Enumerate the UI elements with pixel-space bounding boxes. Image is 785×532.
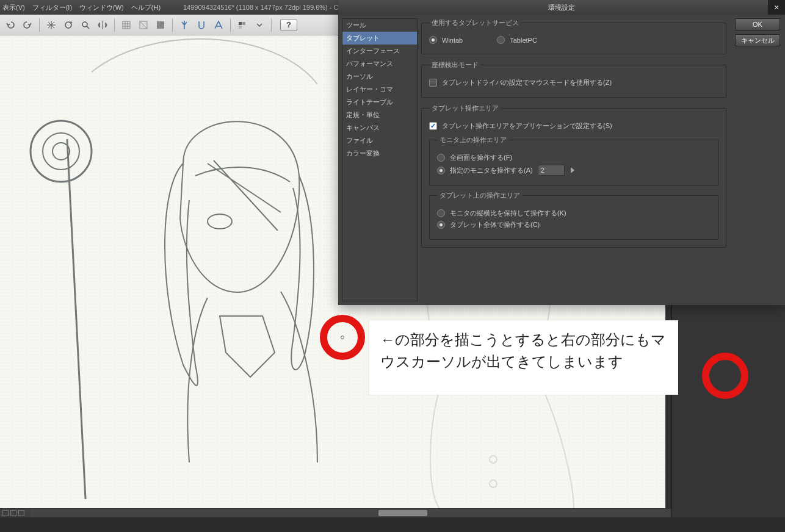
menu-window[interactable]: ウィンドウ(W)	[79, 3, 124, 12]
horizontal-scrollbar[interactable]	[0, 509, 671, 517]
group-coord-mode: 座標検出モード タブレットドライバの設定でマウスモードを使用する(Z)	[421, 60, 726, 98]
svg-point-1	[82, 22, 87, 27]
menu-view[interactable]: 表示(V)	[2, 3, 25, 12]
category-interface[interactable]: インターフェース	[342, 45, 417, 57]
group-tablet-area: タブレット上の操作エリア モニタの縦横比を保持して操作する(K) タブレット全体…	[429, 191, 718, 240]
dialog-titlebar[interactable]: 環境設定 ×	[338, 0, 785, 15]
svg-rect-5	[239, 22, 242, 25]
svg-point-9	[31, 121, 92, 182]
separator-icon	[114, 18, 115, 32]
separator-icon	[172, 18, 173, 32]
stepper-right-icon[interactable]	[571, 167, 574, 173]
legend-tablet-service: 使用するタブレットサービス	[429, 18, 521, 27]
svg-point-12	[490, 456, 497, 463]
svg-point-8	[208, 214, 232, 229]
label-wintab: Wintab	[442, 37, 463, 44]
label-app-sets-area: タブレット操作エリアをアプリケーションで設定する(S)	[442, 121, 612, 131]
radio-keep-aspect[interactable]	[437, 209, 445, 217]
zoom-icon[interactable]	[79, 18, 92, 32]
close-icon[interactable]: ×	[768, 0, 785, 15]
snap-icon[interactable]	[154, 18, 167, 32]
menu-filter[interactable]: フィルター(I)	[32, 3, 72, 12]
monitor-number-input[interactable]	[538, 165, 565, 176]
svg-point-10	[43, 133, 79, 170]
separator-icon	[271, 18, 272, 32]
radio-whole-tablet[interactable]	[437, 221, 445, 229]
chevron-down-icon[interactable]	[253, 18, 266, 32]
category-color[interactable]: カラー変換	[342, 147, 417, 160]
radio-fullscreen[interactable]	[437, 154, 445, 162]
view-mode-toggles[interactable]	[0, 509, 31, 517]
guide-v-icon[interactable]	[178, 18, 191, 32]
menu-help[interactable]: ヘルプ(H)	[131, 3, 161, 12]
svg-point-0	[65, 22, 71, 28]
svg-rect-7	[239, 26, 242, 29]
undo-icon[interactable]	[4, 18, 17, 32]
grid-icon[interactable]	[120, 18, 133, 32]
label-mouse-mode: タブレットドライバの設定でマウスモードを使用する(Z)	[442, 78, 612, 87]
category-tool[interactable]: ツール	[342, 19, 417, 32]
category-performance[interactable]: パフォーマンス	[342, 57, 417, 70]
ok-button[interactable]: OK	[735, 18, 780, 31]
category-tablet[interactable]: タブレット	[342, 32, 417, 45]
sparkle-icon[interactable]	[45, 18, 58, 32]
category-layer[interactable]: レイヤー・コマ	[342, 83, 417, 96]
group-tablet-service: 使用するタブレットサービス Wintab TabletPC	[421, 18, 726, 54]
label-tabletpc: TabletPC	[510, 37, 537, 44]
svg-point-13	[490, 480, 497, 487]
checkbox-app-sets-area[interactable]	[429, 122, 437, 130]
category-canvas[interactable]: キャンバス	[342, 121, 417, 134]
radio-specific-monitor[interactable]	[437, 167, 445, 174]
label-specific-monitor: 指定のモニタを操作する(A)	[450, 166, 533, 175]
category-cursor[interactable]: カーソル	[342, 70, 417, 83]
radio-tabletpc[interactable]	[497, 36, 505, 44]
radio-wintab[interactable]	[429, 36, 437, 44]
guide-u-icon[interactable]	[195, 18, 208, 32]
palette-icon[interactable]	[236, 18, 249, 32]
label-keep-aspect: モニタの縦横比を保持して操作する(K)	[450, 209, 566, 218]
dialog-title: 環境設定	[548, 3, 575, 12]
group-monitor-area: モニタ上の操作エリア 全画面を操作する(F) 指定のモニタを操作する(A)	[429, 135, 718, 186]
svg-rect-4	[157, 21, 164, 29]
svg-rect-2	[123, 21, 130, 29]
main-toolbar: ?	[0, 15, 339, 35]
flip-icon[interactable]	[96, 18, 109, 32]
category-ruler[interactable]: 定規・単位	[342, 109, 417, 121]
category-lighttable[interactable]: ライトテーブル	[342, 96, 417, 109]
annotation-circle-right	[702, 353, 748, 399]
legend-coord-mode: 座標検出モード	[429, 60, 481, 70]
svg-rect-6	[242, 22, 245, 25]
preferences-dialog: 環境設定 × ツール タブレット インターフェース パフォーマンス カーソル レ…	[338, 0, 785, 305]
group-op-area: タブレット操作エリア タブレット操作エリアをアプリケーションで設定する(S) モ…	[421, 104, 726, 248]
category-list: ツール タブレット インターフェース パフォーマンス カーソル レイヤー・コマ …	[342, 18, 418, 301]
cancel-button[interactable]: キャンセル	[735, 34, 780, 46]
guide-perspective-icon[interactable]	[212, 18, 225, 32]
separator-icon	[39, 18, 40, 32]
annotation-textbox: ←の部分を描こうとすると右の部分にもマウスカーソルが出てきてしまいます	[369, 320, 678, 395]
label-whole-tablet: タブレット全体で操作する(C)	[450, 220, 540, 229]
diagonal-icon[interactable]	[137, 18, 150, 32]
legend-monitor-area: モニタ上の操作エリア	[437, 135, 509, 145]
scrollbar-thumb[interactable]	[378, 510, 427, 516]
redo-icon[interactable]	[21, 18, 34, 32]
checkbox-mouse-mode[interactable]	[429, 79, 437, 87]
separator-icon	[230, 18, 231, 32]
label-fullscreen: 全画面を操作する(F)	[450, 153, 512, 162]
help-button[interactable]: ?	[280, 19, 297, 31]
category-file[interactable]: ファイル	[342, 134, 417, 147]
legend-op-area: タブレット操作エリア	[429, 104, 501, 113]
annotation-circle-left	[320, 315, 365, 360]
dialog-content: OK キャンセル 使用するタブレットサービス Wintab TabletPC 座…	[421, 15, 785, 305]
rotate-icon[interactable]	[62, 18, 75, 32]
legend-tablet-area: タブレット上の操作エリア	[437, 191, 523, 200]
